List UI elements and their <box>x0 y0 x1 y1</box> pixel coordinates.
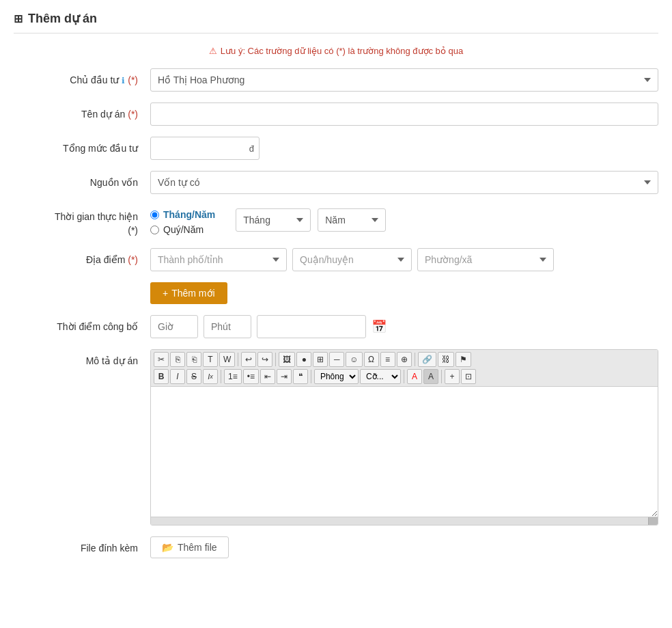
cut-button[interactable]: ✂ <box>154 352 169 367</box>
phuong-select[interactable]: Phường/xã <box>417 248 554 271</box>
nguon-von-select[interactable]: Vốn tự có Vốn nhà nước Vốn khác <box>150 171 658 194</box>
bold-button[interactable]: B <box>154 369 169 384</box>
block-button[interactable]: ≡ <box>380 352 395 367</box>
nguon-von-label: Nguồn vốn <box>14 171 150 190</box>
dia-diem-label: Địa điểm (*) <box>14 248 150 267</box>
ten-du-an-label: Tên dự án (*) <box>14 103 150 122</box>
thoi-gian-thuc-hien-row: Thời gian thực hiện (*) Tháng/Năm Quý/Nă… <box>14 205 658 237</box>
mo-ta-label: Mô tả dự án <box>14 349 150 368</box>
thoi-diem-control: 📅 <box>150 315 658 338</box>
redo-button[interactable]: ↪ <box>257 352 272 367</box>
undo-button[interactable]: ↩ <box>241 352 256 367</box>
chu-dau-tu-row: Chủ đầu tư ℹ (*) Hồ Thị Hoa Phương <box>14 68 658 92</box>
mo-ta-du-an-row: Mô tả dự án ✂ ⎘ ⎗ T W ↩ ↪ 🖼 <box>14 349 658 525</box>
iframe-button[interactable]: ⊕ <box>397 352 412 367</box>
editor-scrollbar <box>151 517 658 525</box>
phut-input[interactable] <box>204 315 251 338</box>
thoi-diem-label: Thời điểm công bố <box>14 315 150 334</box>
outdent-button[interactable]: ⇤ <box>260 369 275 384</box>
ordered-list-button[interactable]: 1≡ <box>224 369 242 384</box>
tong-muc-dau-tu-input[interactable] <box>150 137 260 160</box>
thoi-diem-inputs: 📅 <box>150 315 658 338</box>
toolbar-sep-4 <box>221 370 221 383</box>
them-moi-wrapper: + Thêm mới <box>150 277 658 304</box>
warning-icon: ⚠ <box>209 46 217 56</box>
hline-button[interactable]: ─ <box>329 352 344 367</box>
date-input[interactable] <box>257 315 366 338</box>
italic-button[interactable]: I <box>170 369 185 384</box>
file-dinh-kem-row: File đính kèm 📂 Thêm file <box>14 536 658 558</box>
info-icon[interactable]: ℹ <box>122 76 125 85</box>
toolbar-sep-3 <box>415 353 415 366</box>
clear-format-button[interactable]: Ix <box>203 369 218 384</box>
indent-button[interactable]: ⇥ <box>277 369 292 384</box>
time-row: Tháng/Năm Quý/Năm Tháng 123 456 789 1011… <box>150 205 658 235</box>
radio-group: Tháng/Năm Quý/Năm <box>150 205 215 235</box>
thoi-diem-cong-bo-row: Thời điểm công bố 📅 <box>14 315 658 338</box>
fullscreen-button[interactable]: ⊡ <box>461 369 476 384</box>
image-button[interactable]: 🖼 <box>279 352 295 367</box>
editor-container: ✂ ⎘ ⎗ T W ↩ ↪ 🖼 ● ⊞ ─ ☺ Ω <box>150 349 658 525</box>
nam-select[interactable]: Năm 202020212022 202320242025 <box>318 208 386 232</box>
radio-thang-nam[interactable]: Tháng/Năm <box>150 209 215 220</box>
editor-body[interactable] <box>151 387 658 517</box>
toolbar-sep-5 <box>311 370 311 383</box>
nguon-von-control: Vốn tự có Vốn nhà nước Vốn khác <box>150 171 658 194</box>
them-file-button[interactable]: 📂 Thêm file <box>150 536 229 558</box>
table-button[interactable]: ⊞ <box>313 352 328 367</box>
blockquote-button[interactable]: ❝ <box>293 369 308 384</box>
quan-select[interactable]: Quận/huyện <box>292 248 412 271</box>
calendar-icon[interactable]: 📅 <box>372 319 387 334</box>
ten-du-an-control <box>150 103 658 126</box>
file-dinh-kem-label: File đính kèm <box>14 536 150 556</box>
page-title: ⊞ Thêm dự án <box>14 11 658 33</box>
emoticon-button[interactable]: ☺ <box>346 352 362 367</box>
font-color-button[interactable]: A <box>407 369 422 384</box>
media-button[interactable]: ● <box>296 352 311 367</box>
chu-dau-tu-control: Hồ Thị Hoa Phương <box>150 68 658 92</box>
tong-muc-dau-tu-label: Tổng mức đầu tư <box>14 137 150 156</box>
toolbar-row-1: ✂ ⎘ ⎗ T W ↩ ↪ 🖼 ● ⊞ ─ ☺ Ω <box>154 352 655 367</box>
bg-color-button[interactable]: A <box>423 369 438 384</box>
editor-toolbar-1: ✂ ⎘ ⎗ T W ↩ ↪ 🖼 ● ⊞ ─ ☺ Ω <box>151 350 658 387</box>
tong-muc-dau-tu-row: Tổng mức đầu tư đ <box>14 137 658 160</box>
unlink-button[interactable]: ⛓ <box>438 352 454 367</box>
ten-du-an-input[interactable] <box>150 103 658 126</box>
page-title-text: Thêm dự án <box>28 11 97 26</box>
warning-row: ⚠ Lưu ý: Các trường dữ liệu có (*) là tr… <box>14 46 658 56</box>
thoi-gian-control: Tháng/Năm Quý/Năm Tháng 123 456 789 1011… <box>150 205 658 235</box>
unordered-list-button[interactable]: •≡ <box>243 369 259 384</box>
thang-select[interactable]: Tháng 123 456 789 101112 <box>236 208 311 232</box>
add-button[interactable]: + <box>445 369 460 384</box>
font-select[interactable]: Phông <box>314 369 359 384</box>
link-button[interactable]: 🔗 <box>418 352 436 367</box>
page-container: ⊞ Thêm dự án ⚠ Lưu ý: Các trường dữ liệu… <box>0 0 672 628</box>
currency-wrapper: đ <box>150 137 260 160</box>
copy-button[interactable]: ⎘ <box>170 352 185 367</box>
dia-diem-selects: Thành phố/tỉnh Quận/huyện Phường/xã <box>150 248 658 271</box>
gio-input[interactable] <box>150 315 198 338</box>
nguon-von-row: Nguồn vốn Vốn tự có Vốn nhà nước Vốn khá… <box>14 171 658 194</box>
toolbar-row-2: B I S Ix 1≡ •≡ ⇤ ⇥ ❝ Phông <box>154 369 655 384</box>
ten-du-an-row: Tên dự án (*) <box>14 103 658 126</box>
chu-dau-tu-select[interactable]: Hồ Thị Hoa Phương <box>150 68 658 92</box>
toolbar-sep-1 <box>238 353 238 366</box>
paste-word-button[interactable]: W <box>219 352 235 367</box>
paste-button[interactable]: ⎗ <box>186 352 201 367</box>
grid-icon: ⊞ <box>14 12 23 25</box>
toolbar-sep-7 <box>441 370 442 383</box>
dia-diem-row: Địa điểm (*) Thành phố/tỉnh Quận/huyện P… <box>14 248 658 304</box>
special-char-button[interactable]: Ω <box>364 352 379 367</box>
warning-text: Lưu ý: Các trường dữ liệu có (*) là trườ… <box>221 46 463 56</box>
paste-text-button[interactable]: T <box>203 352 218 367</box>
radio-quy-nam[interactable]: Quý/Năm <box>150 224 215 235</box>
thoi-gian-label: Thời gian thực hiện (*) <box>14 205 150 237</box>
size-select[interactable]: Cỡ... <box>360 369 401 384</box>
strikethrough-button[interactable]: S <box>186 369 201 384</box>
folder-icon: 📂 <box>162 542 173 553</box>
tong-muc-dau-tu-control: đ <box>150 137 658 160</box>
flag-button[interactable]: ⚑ <box>456 352 471 367</box>
mo-ta-control: ✂ ⎘ ⎗ T W ↩ ↪ 🖼 ● ⊞ ─ ☺ Ω <box>150 349 658 525</box>
them-moi-button[interactable]: + Thêm mới <box>150 282 227 304</box>
tinh-select[interactable]: Thành phố/tỉnh <box>150 248 287 271</box>
